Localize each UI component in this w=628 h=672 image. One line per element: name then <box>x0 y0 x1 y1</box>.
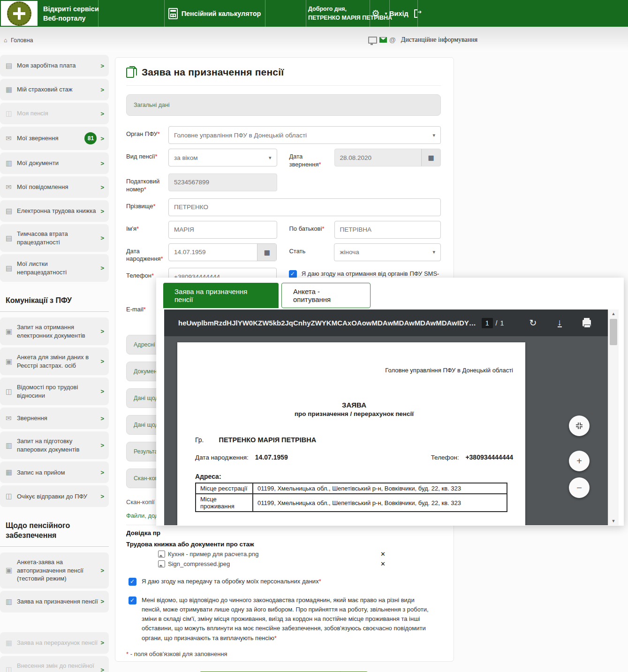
attachments-list: Кухня - пример для расчета.png ✕ Sign_co… <box>126 551 441 567</box>
address-table-cell: 01199, Хмельницька обл., Шепетівський р-… <box>253 483 507 494</box>
settings-menu-button[interactable]: ⚙▾ <box>370 0 389 27</box>
doc-birth-label: Дата народження: <box>195 454 249 461</box>
attachments-label: Трудова книжка або документи про стаж <box>126 541 441 548</box>
doc-citizen-row: Гр. ПЕТРЕНКО МАРІЯ ПЕТРІВНА <box>195 436 513 444</box>
sidebar-item[interactable]: ▥ Заява на призначення пенсії > <box>0 591 109 612</box>
unread-count-badge: 81 <box>84 132 97 144</box>
info-consent-checkbox[interactable] <box>129 596 136 604</box>
pdf-page-input[interactable]: 1 <box>482 318 493 328</box>
envelope-icon[interactable] <box>379 37 387 43</box>
breadcrumb[interactable]: ⌂ Головна <box>4 37 33 44</box>
sidebar-item[interactable]: ✉ Мої повідомлення > <box>0 176 109 198</box>
chevron-right-icon: > <box>100 160 104 167</box>
scroll-icon: ▤ <box>6 207 17 215</box>
gender-select[interactable]: жіноча ▾ <box>334 243 441 261</box>
sidebar-item[interactable]: ◫ Внесення змін до пенсійної справи > <box>0 656 109 672</box>
calendar-icon[interactable]: ▦ <box>257 244 276 261</box>
sidebar-item[interactable]: ✉ Звернення > <box>0 408 109 429</box>
sidebar-item[interactable]: ▦ Мій страховий стаж > <box>0 79 109 100</box>
modal-tabs: Заява на призначення пенсії Анкета - опи… <box>163 283 371 308</box>
patronymic-input[interactable]: ПЕТРІВНА <box>334 221 441 239</box>
pdf-scrollbar[interactable]: ▲ ▼ <box>608 310 619 525</box>
sidebar-item[interactable]: ◫ Моя пенсія > <box>0 103 109 124</box>
chevron-right-icon: > <box>100 666 104 672</box>
remote-info-link[interactable]: Дистанційне інформування <box>401 36 478 44</box>
sidebar-item[interactable]: ▣ Анкета для зміни даних в Реєстрі застр… <box>0 347 109 375</box>
surname-value: ПЕТРЕНКО <box>174 204 208 211</box>
personal-data-text: Я даю згоду на передачу та обробку моїх … <box>142 577 321 586</box>
sidebar-group-title: Щодо пенсійного забезпечення <box>0 513 109 547</box>
pdf-viewer: heUwplbmRzdHJlYW0KZW5kb2JqCnhyZWYKMCAxOA… <box>164 310 608 525</box>
remove-file-icon[interactable]: ✕ <box>380 551 386 558</box>
doc-org-line: Головне управління ПФУ в Донецькій облас… <box>195 367 513 374</box>
section-general-data[interactable]: Загальні дані <box>126 94 441 116</box>
pension-type-select[interactable]: за віком ▾ <box>168 149 277 166</box>
attachment-name[interactable]: Кухня - пример для расчета.png <box>168 551 380 558</box>
doc-gr-label: Гр. <box>195 436 204 444</box>
calculator-icon <box>168 8 178 19</box>
brand-title[interactable]: Відкриті сервіси Веб-порталу <box>43 4 99 23</box>
gender-label: Стать <box>289 243 334 256</box>
doc-title: ЗАЯВА <box>195 401 513 409</box>
organ-select[interactable]: Головне управління ПФУ в Донецькій облас… <box>168 126 441 144</box>
sidebar-item[interactable]: ▤ Мої листки непрацездатності > <box>0 254 109 282</box>
chevron-right-icon: > <box>100 328 104 335</box>
chevron-down-icon: ▾ <box>385 11 387 16</box>
at-icon[interactable]: @ <box>389 36 396 44</box>
pfu-logo[interactable] <box>1 1 38 26</box>
sidebar-item[interactable]: ▣ Анкета-заява на автопризначення пенсії… <box>0 552 109 589</box>
sidebar-item[interactable]: ▦ Запис на прийом > <box>0 461 109 483</box>
name-input[interactable]: МАРІЯ <box>168 221 277 239</box>
sidebar-item[interactable]: ▣ Запит на отримання електронних докумен… <box>0 317 109 345</box>
scrollbar-thumb[interactable] <box>610 319 617 345</box>
sidebar-item[interactable]: ✉ Мої звернення 81 > <box>0 127 109 150</box>
birth-date-value: 14.07.1959 <box>169 249 257 256</box>
scroll-down-icon[interactable]: ▼ <box>608 517 619 525</box>
logout-label: Вихід <box>389 10 409 17</box>
divider <box>98 0 98 27</box>
tax-number-input: 5234567899 <box>168 174 277 191</box>
divider <box>306 0 306 27</box>
tab-survey[interactable]: Анкета - опитування <box>281 283 371 308</box>
name-value: МАРІЯ <box>174 226 194 233</box>
logout-button[interactable]: Вихід <box>389 0 417 27</box>
chevron-right-icon: > <box>100 415 104 422</box>
sidebar-item[interactable]: ▦ Заява на перерахунок пенсії > <box>0 632 109 654</box>
personal-data-checkbox[interactable] <box>129 578 136 586</box>
print-icon[interactable] <box>583 320 591 326</box>
pension-calculator-link[interactable]: Пенсійний калькулятор <box>164 0 265 27</box>
doc-check-icon: ▥ <box>6 597 17 606</box>
sidebar-item[interactable]: ▤ Моя заробітна плата > <box>0 55 109 76</box>
wallet-icon: ▤ <box>6 61 17 70</box>
image-file-icon <box>158 560 165 567</box>
sidebar-item[interactable]: ◫ Очікує відправки до ПФУ > <box>0 485 109 507</box>
sidebar-item[interactable]: ▥ Запит на підготовку паперових документ… <box>0 431 109 459</box>
sidebar-item[interactable]: ▤ Тимчасова втрата працездатності > <box>0 224 109 252</box>
zoom-in-button[interactable]: + <box>569 451 590 471</box>
download-icon[interactable]: ↓ <box>558 318 562 327</box>
remove-file-icon[interactable]: ✕ <box>380 560 386 567</box>
fit-page-button[interactable] <box>569 415 590 436</box>
rotate-icon[interactable]: ↻ <box>530 317 537 328</box>
tab-application[interactable]: Заява на призначення пенсії <box>163 283 279 308</box>
folder-icon: ◫ <box>6 387 17 396</box>
surname-label: Прізвище* <box>126 198 168 211</box>
sidebar-item[interactable]: ▤ Електронна трудова книжка > <box>0 200 109 222</box>
mail-icon: ✉ <box>6 134 17 143</box>
doc-address-label: Адреса: <box>195 473 513 480</box>
address-table-row: Місце реєстрації01199, Хмельницька обл.,… <box>196 483 507 494</box>
application-date-value: 28.08.2020 <box>335 154 421 161</box>
sms-consent-checkbox[interactable] <box>289 270 297 278</box>
sidebar-item[interactable]: ◫ Відомості про трудові відносини > <box>0 378 109 405</box>
attachment-name[interactable]: Sign_compressed.jpeg <box>168 560 380 567</box>
zoom-out-button[interactable]: − <box>569 477 590 498</box>
sidebar-item[interactable]: ▥ Мої документи > <box>0 152 109 174</box>
surname-input[interactable]: ПЕТРЕНКО <box>168 198 441 216</box>
field-row-name: Ім'я* МАРІЯ По батькові* ПЕТРІВНА <box>126 221 441 239</box>
birth-date-input[interactable]: 14.07.1959 ▦ <box>168 243 277 261</box>
folder-icon: ◫ <box>6 665 17 672</box>
doc-icon: ▥ <box>6 159 17 167</box>
address-table-cell: Місце проживання <box>196 494 253 512</box>
scroll-up-icon[interactable]: ▲ <box>608 310 619 318</box>
monitor-icon[interactable] <box>368 37 377 44</box>
